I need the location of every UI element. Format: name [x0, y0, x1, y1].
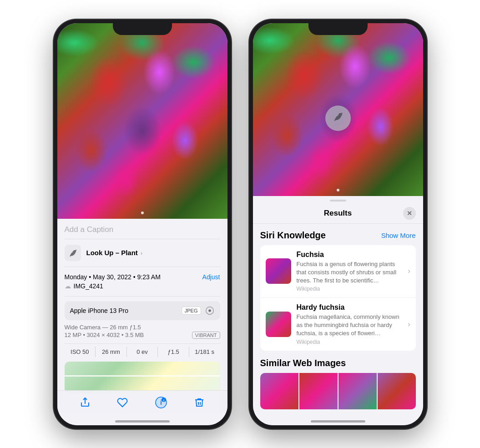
fuchsia-source: Wikipedia [297, 286, 403, 292]
similar-images-grid[interactable] [260, 373, 416, 409]
siri-knowledge-title: Siri Knowledge [260, 230, 326, 241]
adjust-button[interactable]: Adjust [202, 273, 220, 281]
flower-photo-right[interactable] [253, 23, 423, 196]
cloud-icon: ☁ [65, 282, 71, 290]
jpeg-badge: JPEG [182, 307, 201, 315]
close-button[interactable]: ✕ [403, 207, 416, 220]
date-text: Monday • May 30, 2022 • 9:23 AM [65, 273, 161, 281]
device-name: Apple iPhone 13 Pro [70, 307, 128, 314]
vibrant-badge: VIBRANT [192, 332, 220, 339]
exif-row: ISO 50 26 mm 0 ev ƒ1.5 1/181 s [65, 343, 220, 357]
visual-lookup-button[interactable] [325, 106, 351, 131]
hardy-thumbnail [266, 312, 291, 337]
home-indicator-right [311, 420, 365, 423]
similar-image-2[interactable] [299, 373, 338, 409]
info-button[interactable]: i i [155, 396, 167, 409]
exif-shutter: 1/181 s [189, 347, 220, 357]
siri-knowledge-header: Siri Knowledge Show More [260, 230, 416, 241]
lookup-label: Look Up – Plant › [86, 249, 143, 257]
fuchsia-text: Fuchsia Fuchsia is a genus of flowering … [297, 251, 403, 292]
page-dot [141, 211, 144, 214]
trash-icon [194, 397, 205, 408]
filename: IMG_4241 [74, 282, 103, 290]
right-phone: Results ✕ Siri Knowledge Show More [249, 20, 427, 429]
caption-placeholder: Add a Caption [65, 225, 114, 234]
svg-text:i: i [163, 398, 164, 403]
similar-image-4[interactable] [378, 373, 416, 409]
hardy-source: Wikipedia [297, 339, 403, 345]
notch [113, 20, 172, 35]
results-content: Siri Knowledge Show More Fuchsia Fuchsia… [253, 224, 423, 421]
results-title: Results [273, 209, 403, 218]
device-badges: JPEG [182, 306, 215, 316]
exif-aperture: ƒ1.5 [158, 347, 189, 357]
right-screen: Results ✕ Siri Knowledge Show More [253, 23, 423, 425]
info-icon: i i [155, 396, 167, 409]
fuchsia-name: Fuchsia [297, 251, 403, 259]
like-button[interactable] [117, 397, 128, 408]
share-button[interactable] [80, 397, 91, 408]
knowledge-item-fuchsia[interactable]: Fuchsia Fuchsia is a genus of flowering … [260, 245, 416, 298]
left-screen: Add a Caption Look Up – Plant › [57, 23, 227, 425]
date-row: Monday • May 30, 2022 • 9:23 AM Adjust ☁… [65, 267, 220, 297]
left-phone: Add a Caption Look Up – Plant › [54, 20, 231, 429]
camera-spec2: 12 MP • 3024 × 4032 • 3.5 MB [65, 332, 144, 338]
chevron-right-icon: › [408, 267, 410, 275]
hardy-text: Hardy fuchsia Fuchsia magellanica, commo… [297, 303, 403, 345]
lookup-row[interactable]: Look Up – Plant › [65, 239, 220, 267]
lookup-icon [65, 245, 81, 261]
device-row: Apple iPhone 13 Pro JPEG [65, 301, 220, 320]
similar-title: Similar Web Images [260, 358, 416, 368]
similar-image-1[interactable] [260, 373, 298, 409]
heart-icon [117, 397, 128, 408]
toolbar: i i [57, 390, 227, 413]
location-icon [205, 306, 215, 316]
map-thumbnail[interactable] [65, 362, 220, 393]
leaf-lookup-icon [332, 112, 344, 125]
similar-section: Similar Web Images [260, 358, 416, 409]
exif-ev: 0 ev [127, 347, 158, 357]
camera-specs: Wide Camera — 26 mm ƒ1.5 12 MP • 3024 × … [65, 320, 220, 341]
hardy-name: Hardy fuchsia [297, 303, 403, 312]
similar-image-3[interactable] [339, 373, 377, 409]
hardy-desc: Fuchsia magellanica, commonly known as t… [297, 313, 403, 338]
delete-button[interactable] [194, 397, 205, 408]
chevron-right-icon-2: › [408, 320, 410, 328]
page-dot-right [337, 189, 339, 191]
exif-focal: 26 mm [96, 347, 127, 357]
camera-spec1: Wide Camera — 26 mm ƒ1.5 [65, 324, 220, 331]
flower-photo[interactable] [57, 23, 227, 219]
notch-r [308, 20, 368, 35]
show-more-button[interactable]: Show More [381, 232, 416, 239]
leaf-icon [68, 248, 77, 257]
caption-area[interactable]: Add a Caption [65, 219, 220, 239]
exif-iso: ISO 50 [65, 347, 96, 357]
share-icon [80, 397, 91, 408]
fuchsia-desc: Fuchsia is a genus of flowering plants t… [297, 260, 403, 285]
svg-point-0 [208, 309, 211, 312]
knowledge-card: Fuchsia Fuchsia is a genus of flowering … [260, 245, 416, 351]
home-indicator [115, 420, 170, 423]
results-header: Results ✕ [253, 201, 423, 224]
results-panel: Results ✕ Siri Knowledge Show More [253, 196, 423, 425]
knowledge-item-hardy[interactable]: Hardy fuchsia Fuchsia magellanica, commo… [260, 297, 416, 351]
fuchsia-thumbnail [266, 258, 291, 284]
